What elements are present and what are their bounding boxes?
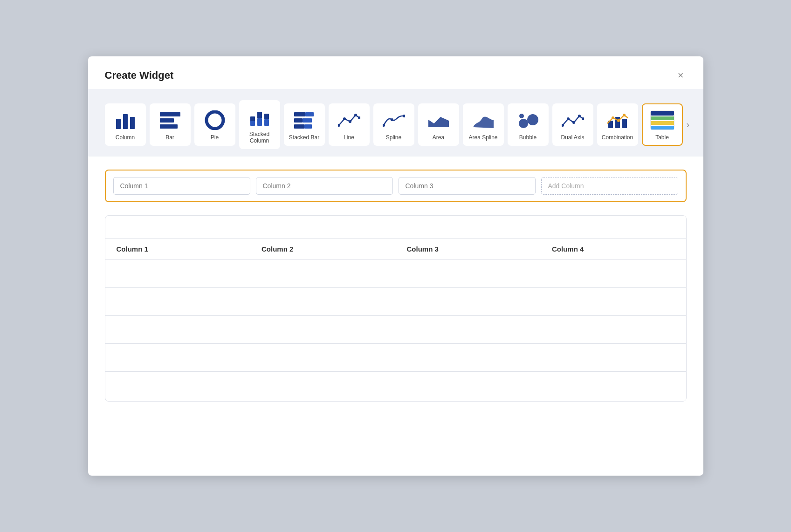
svg-point-30 xyxy=(519,114,524,118)
svg-rect-1 xyxy=(123,114,128,129)
table-header-col2: Column 2 xyxy=(250,238,396,259)
area-icon xyxy=(426,109,451,131)
chart-type-stacked-column[interactable]: Stacked Column xyxy=(239,100,280,149)
svg-point-26 xyxy=(403,115,405,117)
svg-point-29 xyxy=(527,114,538,125)
column-1-input[interactable] xyxy=(113,177,250,195)
line-icon xyxy=(337,109,362,131)
chart-type-column[interactable]: Column xyxy=(105,103,146,145)
svg-rect-8 xyxy=(250,121,255,126)
chart-type-spline[interactable]: Spline xyxy=(373,103,414,145)
svg-point-22 xyxy=(354,114,357,116)
svg-rect-45 xyxy=(651,121,674,125)
content-area: Add Column Column 1 Column 2 Column 3 Co… xyxy=(88,157,703,415)
chart-type-pie[interactable]: Pie xyxy=(194,103,235,145)
svg-point-25 xyxy=(391,118,393,121)
svg-point-34 xyxy=(578,115,581,117)
chart-type-stacked-bar[interactable]: Stacked Bar xyxy=(284,103,325,145)
stacked-bar-icon xyxy=(292,109,317,131)
svg-point-41 xyxy=(623,114,626,116)
svg-rect-5 xyxy=(160,124,178,129)
column-headers-bar: Add Column xyxy=(105,170,687,202)
dialog-header: Create Widget × xyxy=(88,56,703,89)
stacked-column-icon xyxy=(247,106,272,128)
chart-type-area[interactable]: Area xyxy=(418,103,459,145)
svg-point-28 xyxy=(519,119,528,128)
svg-rect-15 xyxy=(294,118,303,123)
svg-rect-11 xyxy=(264,114,269,119)
chart-type-area-spline[interactable]: Area Spline xyxy=(463,103,504,145)
svg-rect-46 xyxy=(651,126,674,130)
table-icon xyxy=(650,109,675,131)
svg-point-40 xyxy=(617,119,620,122)
chart-type-bubble-label: Bubble xyxy=(519,134,537,141)
preview-table: Column 1 Column 2 Column 3 Column 4 xyxy=(105,238,686,372)
svg-rect-16 xyxy=(303,118,312,123)
svg-point-32 xyxy=(567,117,570,120)
chart-type-dual-axis-label: Dual Axis xyxy=(561,134,584,141)
svg-point-20 xyxy=(343,117,346,120)
chart-type-line[interactable]: Line xyxy=(329,103,370,145)
column-3-input[interactable] xyxy=(399,177,536,195)
create-widget-dialog: Create Widget × Column xyxy=(88,56,703,476)
table-row xyxy=(105,315,686,343)
chart-type-area-label: Area xyxy=(433,134,444,141)
chart-type-line-label: Line xyxy=(344,134,354,141)
table-header-col4: Column 4 xyxy=(541,238,686,259)
pie-icon xyxy=(202,109,227,131)
column-2-input[interactable] xyxy=(256,177,393,195)
chart-type-pie-label: Pie xyxy=(211,134,219,141)
chart-type-stacked-bar-label: Stacked Bar xyxy=(289,134,319,141)
svg-rect-10 xyxy=(257,118,262,126)
chart-type-dual-axis[interactable]: Dual Axis xyxy=(552,103,593,145)
bar-icon xyxy=(158,109,183,131)
chart-type-combination[interactable]: Combination xyxy=(597,103,638,145)
chart-type-combination-label: Combination xyxy=(602,134,633,141)
spline-icon xyxy=(381,109,406,131)
svg-rect-43 xyxy=(651,111,674,116)
column-icon xyxy=(113,109,138,131)
area-spline-icon xyxy=(471,109,496,131)
svg-point-39 xyxy=(612,116,614,119)
svg-rect-2 xyxy=(130,117,135,129)
preview-table-area: Column 1 Column 2 Column 3 Column 4 xyxy=(105,215,687,402)
svg-rect-18 xyxy=(304,124,312,129)
svg-rect-12 xyxy=(264,119,269,126)
svg-rect-13 xyxy=(294,112,305,116)
table-header-row: Column 1 Column 2 Column 3 Column 4 xyxy=(105,238,686,259)
svg-rect-37 xyxy=(615,117,620,128)
table-row xyxy=(105,259,686,287)
add-column-button[interactable]: Add Column xyxy=(541,177,678,195)
chart-type-table-label: Table xyxy=(655,134,669,141)
dual-axis-icon xyxy=(560,109,585,131)
table-row xyxy=(105,287,686,315)
combination-icon xyxy=(605,109,630,131)
table-header-col3: Column 3 xyxy=(396,238,541,259)
chart-type-next-button[interactable]: › xyxy=(685,119,692,130)
chart-type-area-spline-label: Area Spline xyxy=(468,134,497,141)
chart-type-list: Column Bar xyxy=(105,100,683,149)
chart-type-selector: Column Bar xyxy=(88,89,703,157)
svg-rect-14 xyxy=(305,112,314,116)
close-button[interactable]: × xyxy=(675,69,687,82)
bubble-icon xyxy=(516,109,541,131)
svg-rect-4 xyxy=(160,118,174,123)
svg-point-33 xyxy=(572,121,575,124)
svg-point-21 xyxy=(349,120,351,123)
svg-rect-17 xyxy=(294,124,304,129)
chart-type-table[interactable]: Table xyxy=(642,103,683,145)
svg-rect-44 xyxy=(651,116,674,120)
chart-type-bar[interactable]: Bar xyxy=(150,103,191,145)
chart-type-bubble[interactable]: Bubble xyxy=(508,103,549,145)
dialog-title: Create Widget xyxy=(105,69,174,82)
chart-type-bar-label: Bar xyxy=(165,134,174,141)
svg-rect-3 xyxy=(160,112,180,116)
svg-point-6 xyxy=(206,112,223,129)
svg-rect-9 xyxy=(257,112,262,118)
chart-type-spline-label: Spline xyxy=(386,134,401,141)
chart-type-stacked-column-label: Stacked Column xyxy=(244,131,275,144)
svg-rect-38 xyxy=(622,119,627,128)
chart-type-column-label: Column xyxy=(116,134,135,141)
svg-marker-27 xyxy=(428,117,449,127)
svg-rect-0 xyxy=(116,119,121,129)
